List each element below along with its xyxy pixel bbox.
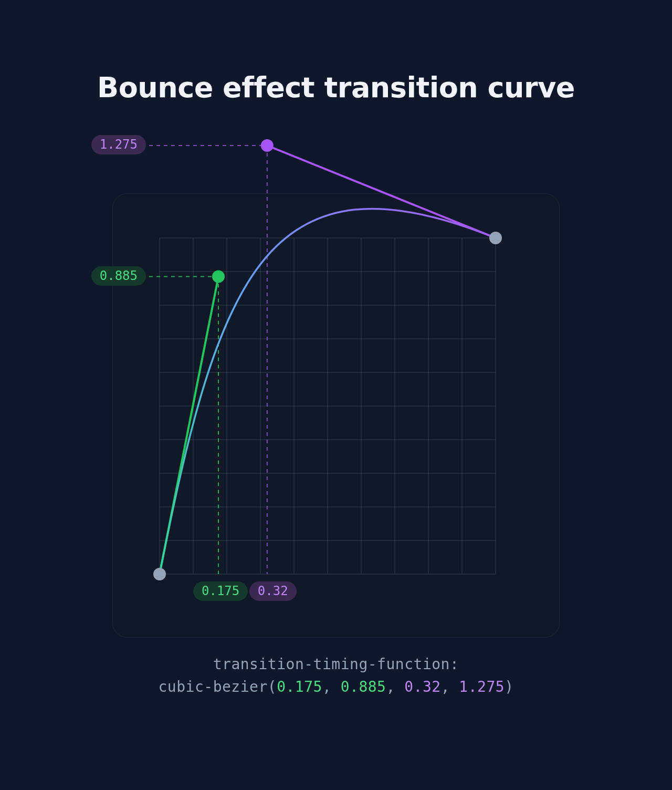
css-value: cubic-bezier(0.175, 0.885, 0.32, 1.275) bbox=[159, 675, 514, 698]
css-property: transition-timing-function: bbox=[159, 653, 514, 675]
chart-grid bbox=[160, 238, 496, 574]
css-close: ) bbox=[505, 678, 513, 695]
endpoint-end bbox=[489, 232, 502, 244]
css-v1: 0.175 bbox=[277, 678, 322, 695]
css-open: ( bbox=[268, 678, 277, 695]
page-title: Bounce effect transition curve bbox=[97, 71, 575, 104]
css-sep3: , bbox=[441, 678, 459, 695]
chart-guides bbox=[149, 145, 267, 574]
css-v3: 0.32 bbox=[404, 678, 440, 695]
css-code: transition-timing-function: cubic-bezier… bbox=[159, 653, 514, 699]
css-sep1: , bbox=[322, 678, 341, 695]
chart-svg-layer bbox=[81, 143, 591, 648]
css-v2: 0.885 bbox=[341, 678, 386, 695]
css-fn: cubic-bezier bbox=[159, 678, 268, 695]
chart-stage: 1.275 0.885 0.175 0.32 bbox=[112, 143, 560, 595]
css-v4: 1.275 bbox=[459, 678, 505, 695]
svg-line-27 bbox=[267, 145, 496, 238]
control-point-1 bbox=[212, 271, 225, 283]
css-sep2: , bbox=[386, 678, 404, 695]
endpoint-start bbox=[153, 568, 166, 580]
control-point-2 bbox=[261, 139, 274, 152]
